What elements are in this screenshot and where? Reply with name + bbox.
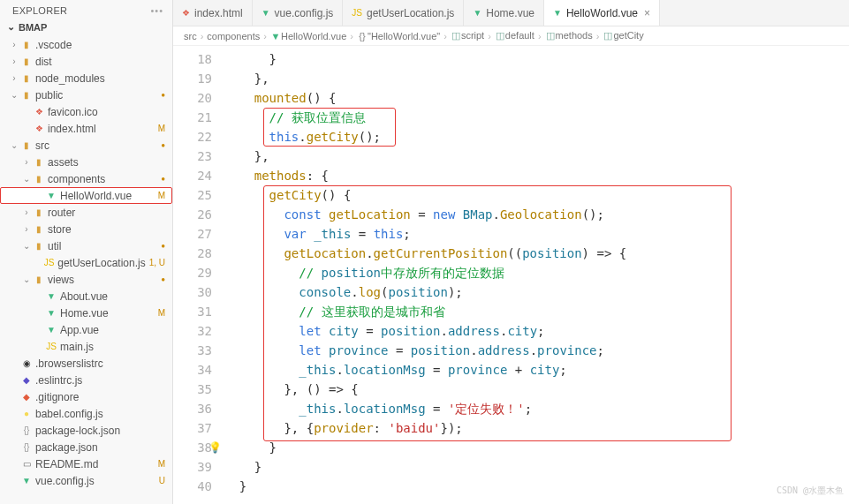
code-area[interactable]: } }, mounted() { // 获取位置信息 this.getCity(… bbox=[224, 46, 849, 504]
folder-row[interactable]: ›▮store bbox=[0, 221, 172, 237]
breadcrumb-item[interactable]: ◫methods bbox=[545, 30, 593, 41]
file-row[interactable]: ▭README.mdM bbox=[0, 455, 172, 472]
chevron-right-icon: › bbox=[201, 31, 204, 41]
line-numbers: 1819202122232425262728293031323334353637… bbox=[173, 46, 224, 504]
code-line[interactable]: getCity() { bbox=[224, 185, 849, 205]
chevron-icon: ⌄ bbox=[9, 90, 19, 100]
tab-label: HelloWorld.vue bbox=[566, 7, 638, 19]
folder-row[interactable]: ⌄▮views● bbox=[0, 271, 172, 288]
breadcrumb-item[interactable]: components bbox=[207, 31, 260, 41]
file-row[interactable]: ◆.gitignore bbox=[0, 388, 172, 405]
folder-row[interactable]: ›▮node_modules bbox=[0, 70, 172, 87]
chevron-icon: › bbox=[9, 56, 19, 66]
chevron-right-icon: › bbox=[350, 31, 353, 41]
folder-row[interactable]: ⌄▮util● bbox=[0, 237, 172, 254]
code-line[interactable]: }💡 bbox=[224, 438, 849, 457]
close-icon[interactable]: × bbox=[644, 7, 650, 19]
folder-row[interactable]: ›▮router bbox=[0, 204, 172, 221]
chevron-right-icon: › bbox=[538, 31, 542, 41]
code-line[interactable]: console.log(position); bbox=[224, 282, 849, 302]
vue-icon: ▼ bbox=[553, 8, 562, 18]
code-line[interactable]: var _this = this; bbox=[224, 224, 849, 244]
file-label: node_modules bbox=[35, 72, 105, 85]
code-line[interactable]: let province = position.address.province… bbox=[224, 341, 849, 360]
code-line[interactable]: _this.locationMsg = '定位失败！'; bbox=[224, 399, 849, 418]
dirty-dot: ● bbox=[161, 91, 165, 99]
tab-getUserLocation-js[interactable]: JSgetUserLocation.js bbox=[343, 0, 464, 26]
file-row[interactable]: ◉.browserslistrc bbox=[0, 355, 172, 372]
folder-row[interactable]: ›▮assets bbox=[0, 154, 172, 170]
file-row[interactable]: ▼App.vue bbox=[0, 321, 172, 338]
folder-row[interactable]: ›▮.vscode bbox=[0, 36, 172, 53]
code-line[interactable]: getLocation.getCurrentPosition((position… bbox=[224, 244, 849, 263]
breadcrumb-item[interactable]: ▼HelloWorld.vue bbox=[270, 31, 346, 41]
code-line[interactable]: } bbox=[224, 457, 849, 477]
file-tree: ›▮.vscode›▮dist›▮node_modules⌄▮public●❖f… bbox=[0, 36, 172, 504]
breadcrumb-item[interactable]: src bbox=[184, 31, 197, 41]
chevron-icon: › bbox=[21, 157, 32, 167]
project-root[interactable]: ⌄ BMAP bbox=[0, 19, 172, 36]
code-line[interactable]: let city = position.address.city; bbox=[224, 321, 849, 341]
chevron-right-icon: › bbox=[596, 31, 600, 41]
file-row[interactable]: ▼Home.vueM bbox=[0, 305, 172, 321]
code-line[interactable]: // 这里获取的是城市和省 bbox=[224, 302, 849, 321]
code-line[interactable]: } bbox=[224, 477, 849, 496]
lightbulb-icon[interactable]: 💡 bbox=[208, 438, 222, 457]
file-row[interactable]: ◆.eslintrc.js bbox=[0, 372, 172, 388]
code-line[interactable]: // 获取位置信息 bbox=[224, 108, 849, 127]
code-line[interactable]: }, bbox=[224, 69, 849, 88]
code-line[interactable]: }, {provider: 'baidu'}); bbox=[224, 418, 849, 438]
file-label: README.md bbox=[35, 458, 98, 470]
file-label: package.json bbox=[35, 441, 98, 454]
folder-row[interactable]: ⌄▮public● bbox=[0, 87, 172, 103]
folder-row[interactable]: ›▮dist bbox=[0, 53, 172, 70]
breadcrumb-label: components bbox=[207, 31, 260, 41]
file-row[interactable]: {}package-lock.json bbox=[0, 422, 172, 439]
symbol-icon: ◫ bbox=[603, 30, 613, 41]
html-icon: ❖ bbox=[32, 124, 46, 133]
eslint-icon: ◆ bbox=[19, 375, 34, 385]
folder-icon: ▮ bbox=[19, 140, 34, 150]
code-line[interactable]: this.getCity(); bbox=[224, 127, 849, 147]
symbol-icon: ◫ bbox=[451, 30, 461, 41]
file-label: util bbox=[48, 240, 61, 252]
json-icon: {} bbox=[19, 425, 34, 435]
chevron-right-icon: › bbox=[443, 31, 447, 41]
file-row[interactable]: JSgetUserLocation.js1, U bbox=[0, 254, 172, 271]
file-row[interactable]: {}package.json bbox=[0, 439, 172, 455]
file-row[interactable]: ❖index.htmlM bbox=[0, 120, 172, 137]
file-row[interactable]: ▼About.vue bbox=[0, 288, 172, 305]
code-line[interactable]: }, bbox=[224, 147, 849, 166]
root-label: BMAP bbox=[19, 22, 47, 33]
breadcrumb-label: src bbox=[184, 31, 197, 41]
code-line[interactable]: _this.locationMsg = province + city; bbox=[224, 360, 849, 380]
breadcrumb-item[interactable]: ◫script bbox=[451, 30, 484, 41]
breadcrumb-item[interactable]: ◫getCity bbox=[603, 30, 643, 41]
folder-icon: ▮ bbox=[32, 224, 46, 234]
folder-row[interactable]: ⌄▮src● bbox=[0, 137, 172, 154]
breadcrumb-item[interactable]: ◫default bbox=[495, 30, 534, 41]
code-line[interactable]: mounted() { bbox=[224, 88, 849, 108]
folder-row[interactable]: ⌄▮components● bbox=[0, 170, 172, 187]
tab-HelloWorld-vue[interactable]: ▼HelloWorld.vue× bbox=[544, 0, 660, 26]
code-line[interactable]: const getLocation = new BMap.Geolocation… bbox=[224, 205, 849, 224]
git-badge: M bbox=[155, 308, 165, 318]
code-line[interactable]: // position中存放所有的定位数据 bbox=[224, 263, 849, 282]
file-row[interactable]: ●babel.config.js bbox=[0, 405, 172, 422]
code-line[interactable]: }, () => { bbox=[224, 380, 849, 399]
file-row[interactable]: ▼vue.config.jsU bbox=[0, 472, 172, 489]
code-line[interactable]: } bbox=[224, 49, 849, 69]
file-row[interactable]: JSmain.js bbox=[0, 338, 172, 355]
file-label: .browserslistrc bbox=[35, 357, 103, 370]
file-row[interactable]: ▼HelloWorld.vueM bbox=[0, 187, 172, 204]
tab-vue-config-js[interactable]: ▼vue.config.js bbox=[253, 0, 344, 26]
file-row[interactable]: ❖favicon.ico bbox=[0, 103, 172, 120]
symbol-icon: ◫ bbox=[545, 30, 556, 41]
breadcrumb-item[interactable]: {}"HelloWorld.vue" bbox=[357, 31, 440, 41]
html-icon: ❖ bbox=[182, 8, 190, 18]
code-editor[interactable]: 1819202122232425262728293031323334353637… bbox=[173, 46, 849, 504]
code-line[interactable]: methods: { bbox=[224, 166, 849, 185]
more-icon[interactable]: ••• bbox=[150, 5, 163, 16]
tab-Home-vue[interactable]: ▼Home.vue bbox=[464, 0, 544, 26]
tab-index-html[interactable]: ❖index.html bbox=[173, 0, 253, 26]
